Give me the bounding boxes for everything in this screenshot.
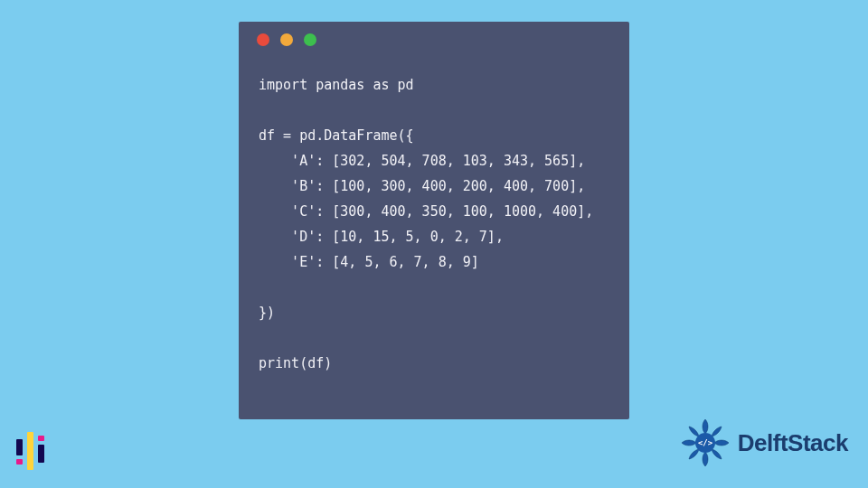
brand-badge: </> DelftStack bbox=[680, 418, 848, 468]
code-window: import pandas as pd df = pd.DataFrame({ … bbox=[239, 22, 629, 419]
code-block: import pandas as pd df = pd.DataFrame({ … bbox=[239, 58, 629, 376]
svg-text:</>: </> bbox=[698, 438, 713, 447]
minimize-icon bbox=[280, 33, 293, 46]
brand-name: DelftStack bbox=[738, 429, 848, 457]
window-titlebar bbox=[239, 22, 629, 58]
delftstack-logo-icon: </> bbox=[680, 418, 731, 468]
close-icon bbox=[257, 33, 269, 46]
maximize-icon bbox=[304, 33, 316, 46]
pandas-logo-icon bbox=[16, 432, 51, 470]
